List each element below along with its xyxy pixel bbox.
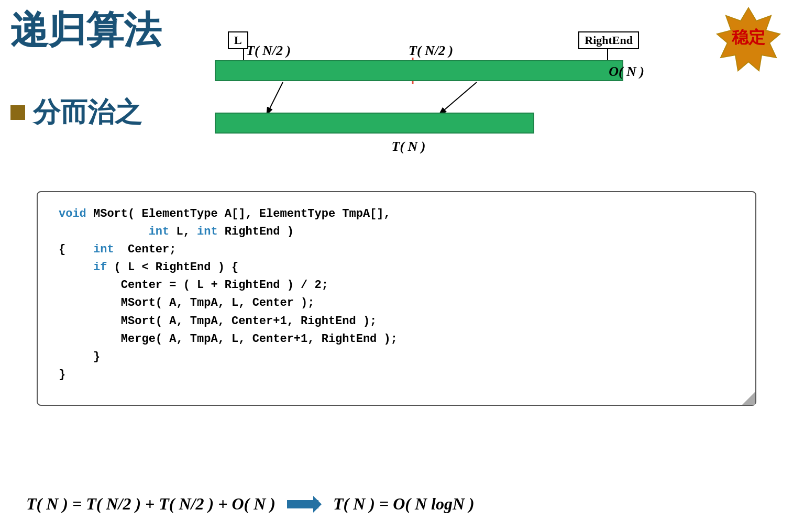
code-line: MSort( A, TmpA, Center+1, RightEnd );: [59, 313, 734, 330]
code-line: }: [59, 366, 734, 384]
code-line: MSort( A, TmpA, L, Center );: [59, 294, 734, 312]
badge-text: 稳定: [731, 28, 765, 47]
bullet-section: 分而治之: [10, 94, 142, 131]
bar-bottom: [215, 113, 534, 134]
svg-line-4: [440, 82, 477, 114]
code-line: void MSort( ElementType A[], ElementType…: [59, 205, 734, 223]
label-L: L: [228, 31, 248, 49]
on-label: O( N ): [609, 64, 644, 80]
page-title: 递归算法: [10, 5, 161, 56]
svg-line-3: [267, 82, 283, 114]
badge: 稳定: [714, 5, 783, 73]
code-box: void MSort( ElementType A[], ElementType…: [37, 191, 756, 406]
tn-label: T( N ): [392, 139, 426, 154]
tn2-right-label: T( N/2 ): [409, 43, 453, 59]
bar-top: [215, 60, 623, 81]
code-line: int L, int RightEnd ): [59, 223, 734, 241]
code-line: if ( L < RightEnd ) {: [59, 259, 734, 276]
label-rightend: RightEnd: [578, 31, 639, 49]
diagram: L RightEnd T( N/2 ) T( N/2 ) O( N ) T( N…: [178, 31, 639, 194]
formula-right: T( N ) = O( N logN ): [333, 494, 475, 514]
bullet-icon: [10, 105, 25, 120]
bullet-text: 分而治之: [33, 94, 142, 131]
formula-section: T( N ) = T( N/2 ) + T( N/2 ) + O( N ) T(…: [26, 494, 475, 514]
formula-arrow: [286, 495, 323, 514]
code-line: Center = ( L + RightEnd ) / 2;: [59, 276, 734, 294]
tn2-left-label: T( N/2 ): [246, 43, 291, 59]
svg-marker-8: [313, 496, 322, 513]
formula-left: T( N ) = T( N/2 ) + T( N/2 ) + O( N ): [26, 494, 276, 514]
code-line: }: [59, 348, 734, 366]
code-line: { int Center;: [59, 241, 734, 259]
code-line: Merge( A, TmpA, L, Center+1, RightEnd );: [59, 330, 734, 348]
